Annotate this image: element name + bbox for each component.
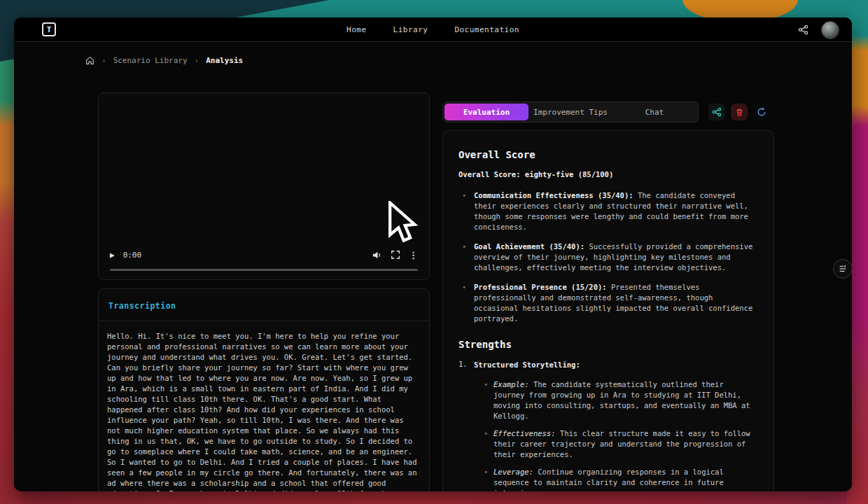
strength-number: 1. — [458, 360, 468, 368]
transcription-text: Hello. Hi. It's nice to meet you. I'm he… — [99, 321, 429, 491]
strength-title: Structured Storytelling: — [474, 360, 758, 370]
play-button-icon[interactable]: ▶ — [110, 251, 115, 260]
analysis-panel: Evaluation Improvement Tips Chat — [442, 102, 774, 491]
score-item-label: Professional Presence (15/20): — [474, 283, 607, 291]
strength-point: Leverage: Continue organizing responses … — [484, 467, 758, 491]
refresh-button[interactable] — [753, 104, 770, 120]
score-item: Professional Presence (15/20): Presented… — [458, 282, 758, 324]
transcription-panel: Transcription Hello. Hi. It's nice to me… — [98, 288, 430, 491]
score-item-label: Goal Achievement (35/40): — [474, 242, 584, 251]
point-label: Effectiveness: — [493, 429, 556, 438]
strength-point: Example: The candidate systematically ou… — [484, 379, 758, 421]
video-controls: ▶ 0:00 ⋮ — [99, 246, 429, 264]
panel-settings-button[interactable] — [833, 259, 852, 279]
score-item: Communication Effectiveness (35/40): The… — [458, 190, 758, 232]
nav-item-home[interactable]: Home — [346, 25, 367, 34]
nav-item-documentation[interactable]: Documentation — [454, 25, 519, 34]
tab-improvement-tips[interactable]: Improvement Tips — [528, 104, 612, 120]
share-icon[interactable] — [798, 24, 808, 35]
nav-item-library[interactable]: Library — [393, 25, 428, 34]
breadcrumb: › Scenario Library › Analysis — [14, 42, 852, 65]
point-label: Leverage: — [493, 468, 533, 476]
tab-evaluation[interactable]: Evaluation — [444, 104, 528, 120]
point-label: Example: — [493, 380, 529, 388]
score-breakdown-list: Communication Effectiveness (35/40): The… — [458, 190, 758, 324]
strength-point: Effectiveness: This clear structure made… — [484, 428, 758, 460]
analysis-toolbar: Evaluation Improvement Tips Chat — [442, 102, 774, 122]
delete-button[interactable] — [731, 104, 748, 120]
strength-points-list: Example: The candidate systematically ou… — [474, 379, 758, 491]
video-menu-icon[interactable]: ⋮ — [409, 250, 418, 260]
breadcrumb-scenario-library[interactable]: Scenario Library — [113, 56, 188, 65]
app-window: T Home Library Documentation › Scenario … — [14, 18, 852, 491]
home-icon[interactable] — [85, 56, 94, 65]
analysis-actions — [708, 104, 770, 120]
evaluation-content: Overall Score Overall Score: eighty-five… — [442, 130, 774, 491]
navbar-right — [798, 18, 839, 42]
strengths-heading: Strengths — [458, 339, 758, 350]
score-item-label: Communication Effectiveness (35/40): — [474, 191, 634, 200]
overall-score-value: Overall Score: eighty-five (85/100) — [458, 170, 758, 178]
share-analysis-button[interactable] — [708, 104, 725, 120]
strength-item: 1. Structured Storytelling: Example: The… — [458, 360, 758, 491]
overall-score-heading: Overall Score — [458, 149, 758, 160]
transcription-title: Transcription — [108, 301, 176, 311]
nav-links: Home Library Documentation — [346, 25, 519, 34]
breadcrumb-chevron: › — [195, 56, 200, 65]
app-logo[interactable]: T — [42, 22, 56, 36]
breadcrumb-analysis: Analysis — [206, 56, 243, 65]
user-avatar[interactable] — [821, 21, 839, 39]
analysis-tabs: Evaluation Improvement Tips Chat — [442, 102, 699, 122]
score-item: Goal Achievement (35/40): Successfully p… — [458, 241, 758, 273]
video-timestamp: 0:00 — [123, 251, 142, 260]
breadcrumb-chevron: › — [102, 56, 106, 65]
video-player[interactable]: ▶ 0:00 ⋮ — [98, 92, 430, 280]
volume-icon[interactable] — [372, 250, 382, 260]
fullscreen-icon[interactable] — [391, 250, 400, 260]
video-progress-bar[interactable] — [110, 269, 418, 271]
transcription-header: Transcription — [99, 289, 429, 321]
point-text: The candidate systematically outlined th… — [493, 380, 750, 420]
tab-chat[interactable]: Chat — [612, 104, 696, 120]
top-navbar: T Home Library Documentation — [14, 18, 852, 42]
